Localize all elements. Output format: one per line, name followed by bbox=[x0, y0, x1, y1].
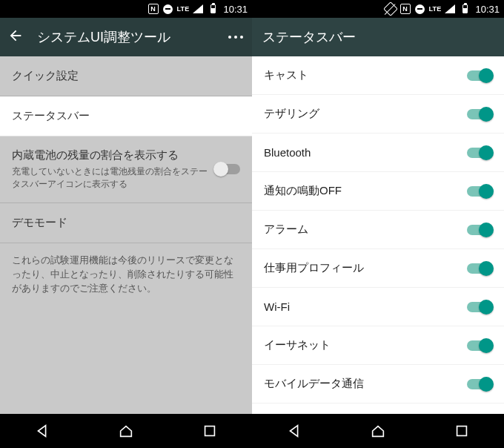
overflow-menu-icon[interactable] bbox=[227, 34, 245, 40]
signal-icon bbox=[444, 3, 456, 15]
status-bar: N LTE 10:31 bbox=[252, 0, 504, 18]
row-label: イーサネット bbox=[264, 338, 467, 352]
row-label: テザリング bbox=[264, 107, 467, 121]
nav-recents-icon[interactable] bbox=[454, 423, 470, 439]
row-label: デモモード bbox=[12, 216, 240, 230]
nav-back-icon[interactable] bbox=[34, 423, 50, 439]
clock: 10:31 bbox=[475, 4, 500, 15]
nav-home-icon[interactable] bbox=[118, 423, 134, 439]
row-tethering[interactable]: テザリング bbox=[252, 95, 504, 134]
toggle-tethering[interactable] bbox=[467, 109, 492, 119]
row-status-bar[interactable]: ステータスバー bbox=[0, 96, 252, 136]
appbar-title: ステータスバー bbox=[262, 28, 497, 46]
row-work-profile[interactable]: 仕事用プロフィール bbox=[252, 249, 504, 288]
row-alarm[interactable]: アラーム bbox=[252, 211, 504, 249]
toggle-cast[interactable] bbox=[467, 70, 492, 81]
row-mobile-data[interactable]: モバイルデータ通信 bbox=[252, 365, 504, 403]
clock: 10:31 bbox=[223, 4, 248, 15]
nav-recents-icon[interactable] bbox=[202, 423, 218, 439]
statusbar-items-list: キャスト テザリング Bluetooth 通知の鳴動OFF アラーム 仕事用プロ… bbox=[252, 56, 504, 414]
lte-label: LTE bbox=[177, 5, 190, 13]
toggle-alarm[interactable] bbox=[467, 225, 492, 235]
toggle-ethernet[interactable] bbox=[467, 340, 492, 351]
row-ethernet[interactable]: イーサネット bbox=[252, 326, 504, 365]
toggle-bluetooth[interactable] bbox=[467, 148, 492, 158]
row-label: クイック設定 bbox=[12, 69, 240, 83]
toggle-wifi[interactable] bbox=[467, 302, 492, 312]
row-demo-mode[interactable]: デモモード bbox=[0, 203, 252, 243]
screen-left: N LTE 10:31 システムUI調整ツール クイック設定 ステータスバー 内… bbox=[0, 0, 252, 448]
battery-icon bbox=[459, 3, 471, 15]
toggle-dnd[interactable] bbox=[467, 186, 492, 197]
row-label: 仕事用プロフィール bbox=[264, 261, 467, 275]
row-dnd[interactable]: 通知の鳴動OFF bbox=[252, 172, 504, 211]
row-label: モバイルデータ通信 bbox=[264, 377, 467, 391]
row-quick-settings[interactable]: クイック設定 bbox=[0, 56, 252, 96]
row-sublabel: 充電していないときには電池残量の割合をステータスバーアイコンに表示する bbox=[12, 165, 215, 191]
row-label: アラーム bbox=[264, 223, 467, 237]
row-label: キャスト bbox=[264, 68, 467, 82]
battery-icon bbox=[207, 3, 219, 15]
experimental-caption: これらの試験運用機能は今後のリリースで変更となったり、中止となったり、削除された… bbox=[0, 243, 252, 312]
row-label: Bluetooth bbox=[264, 146, 467, 159]
row-battery-percentage[interactable]: 内蔵電池の残量の割合を表示する 充電していないときには電池残量の割合をステータス… bbox=[0, 136, 252, 203]
toggle-battery-percentage[interactable] bbox=[215, 164, 240, 174]
no-rotate-icon bbox=[385, 3, 397, 15]
row-cast[interactable]: キャスト bbox=[252, 56, 504, 95]
navigation-bar bbox=[252, 414, 504, 448]
toggle-mobile-data[interactable] bbox=[467, 379, 492, 389]
nav-back-icon[interactable] bbox=[286, 423, 302, 439]
screen-right: N LTE 10:31 ステータスバー キャスト テザリング Bluetooth… bbox=[252, 0, 504, 448]
navigation-bar bbox=[0, 414, 252, 448]
row-bluetooth[interactable]: Bluetooth bbox=[252, 134, 504, 172]
row-wifi[interactable]: Wi-Fi bbox=[252, 288, 504, 326]
svg-rect-0 bbox=[205, 426, 215, 436]
app-bar: システムUI調整ツール bbox=[0, 18, 252, 56]
nav-home-icon[interactable] bbox=[370, 423, 386, 439]
settings-list: クイック設定 ステータスバー 内蔵電池の残量の割合を表示する 充電していないとき… bbox=[0, 56, 252, 414]
row-label: ステータスバー bbox=[12, 109, 240, 123]
app-bar: ステータスバー bbox=[252, 18, 504, 56]
appbar-title: システムUI調整ツール bbox=[37, 28, 213, 46]
dnd-icon bbox=[414, 3, 426, 15]
row-label: Wi-Fi bbox=[264, 300, 467, 313]
dnd-icon bbox=[162, 3, 174, 15]
toggle-work-profile[interactable] bbox=[467, 263, 492, 274]
svg-rect-1 bbox=[457, 426, 467, 436]
nfc-icon: N bbox=[147, 3, 159, 15]
signal-icon bbox=[192, 3, 204, 15]
lte-label: LTE bbox=[429, 5, 442, 13]
row-label: 内蔵電池の残量の割合を表示する bbox=[12, 148, 215, 162]
status-bar: N LTE 10:31 bbox=[0, 0, 252, 18]
nfc-icon: N bbox=[399, 3, 411, 15]
row-label: 通知の鳴動OFF bbox=[264, 184, 467, 198]
back-icon[interactable] bbox=[7, 27, 24, 47]
